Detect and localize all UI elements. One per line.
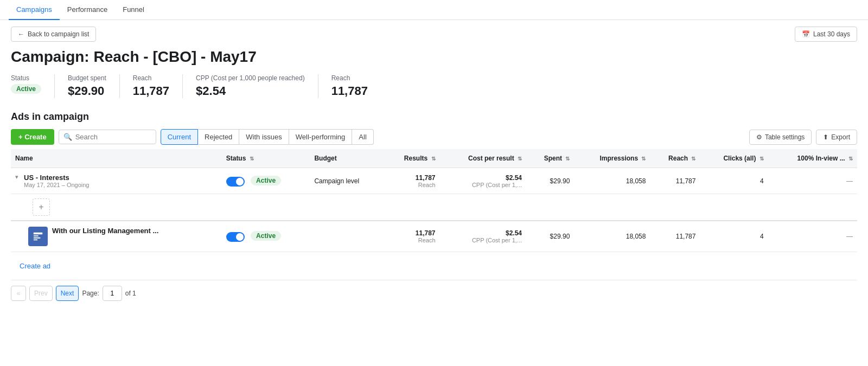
- add-child-row: +: [11, 194, 857, 221]
- row-impressions-cell: 18,058: [574, 168, 650, 194]
- filter-tab-rejected[interactable]: Rejected: [198, 129, 239, 145]
- campaign-title: Campaign: Reach - [CBO] - May17: [11, 48, 857, 66]
- adset-name-primary: US - Interests: [24, 174, 89, 182]
- row-cost-label: CPP (Cost per 1,...: [444, 182, 522, 188]
- stat-cpp-value: $2.54: [196, 84, 305, 98]
- adset-name-secondary: May 17, 2021 – Ongoing: [24, 182, 89, 188]
- col-header-cost-per-result[interactable]: Cost per result ⇅: [440, 149, 527, 168]
- search-box: 🔍: [59, 130, 156, 144]
- ad-cost-label: CPP (Cost per 1,...: [444, 237, 522, 243]
- top-nav: Campaigns Performance Funnel: [0, 0, 868, 20]
- ad-budget-cell: [310, 221, 384, 252]
- stat-reach-2: Reach 11,787: [331, 74, 381, 98]
- col-header-clicks[interactable]: Clicks (all) ⇅: [700, 149, 768, 168]
- stat-budget-value: $29.90: [68, 84, 106, 98]
- ad-impressions-cell: 18,058: [574, 221, 650, 252]
- row-status-cell: Active: [222, 168, 310, 194]
- ad-name-text: With our Listing Management ...: [52, 227, 158, 235]
- filter-tab-with-issues[interactable]: With issues: [239, 129, 289, 145]
- back-button[interactable]: ← Back to campaign list: [11, 27, 96, 42]
- row-inview-cell: —: [768, 168, 857, 194]
- add-child-button[interactable]: +: [33, 198, 50, 216]
- back-button-label: Back to campaign list: [28, 30, 89, 38]
- row-status-badge: Active: [251, 176, 281, 185]
- sort-icon-clicks: ⇅: [760, 156, 764, 162]
- sort-icon-cost: ⇅: [518, 156, 522, 162]
- ad-cost-cell: $2.54 CPP (Cost per 1,...: [440, 221, 527, 252]
- ad-status-badge: Active: [251, 231, 281, 241]
- row-spent-value: $29.90: [550, 177, 570, 185]
- first-page-button[interactable]: «: [11, 286, 26, 301]
- ad-status-cell: Active: [222, 221, 310, 252]
- row-results-cell: 11,787 Reach: [384, 168, 439, 194]
- ad-inview-value: —: [846, 233, 853, 240]
- col-header-status[interactable]: Status ⇅: [222, 149, 310, 168]
- pagination: « Prev Next Page: of 1: [11, 280, 857, 306]
- filter-tab-all[interactable]: All: [352, 129, 373, 145]
- create-ad-link[interactable]: Create ad: [15, 258, 55, 274]
- row-cost-cell: $2.54 CPP (Cost per 1,...: [440, 168, 527, 194]
- date-range-button[interactable]: 📅 Last 30 days: [795, 27, 857, 42]
- ad-thumb-icon: [32, 230, 44, 242]
- svg-rect-3: [34, 240, 37, 241]
- ad-impressions-value: 18,058: [626, 233, 646, 240]
- status-toggle[interactable]: [226, 177, 245, 187]
- page-header: ← Back to campaign list 📅 Last 30 days: [11, 27, 857, 42]
- search-icon: 🔍: [63, 133, 72, 141]
- row-results-label: Reach: [388, 182, 435, 188]
- create-ad-row: Create ad: [11, 252, 857, 280]
- ad-thumbnail: [28, 227, 48, 246]
- ad-spent-cell: $29.90: [526, 221, 574, 252]
- ad-results-num: 11,787: [388, 229, 435, 237]
- arrow-left-icon: ←: [18, 30, 24, 38]
- stat-cpp-label: CPP (Cost per 1,000 people reached): [196, 74, 305, 82]
- filter-tab-well-performing[interactable]: Well-performing: [289, 129, 353, 145]
- stat-reach2-value: 11,787: [331, 84, 368, 98]
- tab-funnel[interactable]: Funnel: [115, 0, 152, 20]
- ads-table: Name Status ⇅ Budget Results ⇅ Cost per: [11, 149, 857, 280]
- col-header-reach[interactable]: Reach ⇅: [650, 149, 700, 168]
- tab-campaigns[interactable]: Campaigns: [9, 0, 60, 20]
- prev-page-button[interactable]: Prev: [29, 286, 53, 301]
- row-reach-cell: 11,787: [650, 168, 700, 194]
- stat-budget-spent: Budget spent $29.90: [68, 74, 120, 98]
- total-pages-label: of 1: [125, 290, 136, 297]
- sort-icon-reach: ⇅: [691, 156, 695, 162]
- page-number-input[interactable]: [103, 286, 122, 301]
- ad-status-toggle[interactable]: [226, 232, 245, 242]
- page-label: Page:: [82, 290, 99, 297]
- row-clicks-value: 4: [760, 177, 764, 185]
- filter-tab-current[interactable]: Current: [161, 129, 198, 145]
- ad-results-label: Reach: [388, 237, 435, 243]
- ad-reach-cell: 11,787: [650, 221, 700, 252]
- col-header-impressions[interactable]: Impressions ⇅: [574, 149, 650, 168]
- tab-performance[interactable]: Performance: [60, 0, 115, 20]
- ads-toolbar: + Create 🔍 Current Rejected With issues …: [11, 129, 857, 145]
- date-range-label: Last 30 days: [813, 30, 850, 38]
- create-button[interactable]: + Create: [11, 129, 54, 145]
- row-spent-cell: $29.90: [526, 168, 574, 194]
- stat-status-label: Status: [11, 74, 41, 82]
- stats-row: Status Active Budget spent $29.90 Reach …: [11, 74, 857, 98]
- filter-tabs: Current Rejected With issues Well-perfor…: [161, 129, 374, 145]
- col-header-results[interactable]: Results ⇅: [384, 149, 439, 168]
- toolbar-left: + Create 🔍 Current Rejected With issues …: [11, 129, 374, 145]
- stat-reach-value: 11,787: [133, 84, 169, 98]
- gear-icon: ⚙: [756, 133, 762, 141]
- ad-clicks-cell: 4: [700, 221, 768, 252]
- export-button[interactable]: ⬆ Export: [816, 130, 857, 145]
- col-header-budget: Budget: [310, 149, 384, 168]
- col-header-inview[interactable]: 100% In-view ... ⇅: [768, 149, 857, 168]
- col-header-spent[interactable]: Spent ⇅: [526, 149, 574, 168]
- stat-budget-label: Budget spent: [68, 74, 106, 82]
- row-cost-num: $2.54: [444, 174, 522, 182]
- stat-cpp: CPP (Cost per 1,000 people reached) $2.5…: [196, 74, 318, 98]
- status-badge: Active: [11, 84, 41, 94]
- search-input[interactable]: [75, 133, 151, 141]
- svg-rect-0: [34, 233, 43, 235]
- ad-toggle-slider: [226, 232, 245, 242]
- col-header-name: Name: [11, 149, 222, 168]
- table-settings-button[interactable]: ⚙ Table settings: [749, 130, 812, 145]
- expand-icon[interactable]: ▾: [15, 174, 18, 181]
- next-page-button[interactable]: Next: [56, 286, 79, 301]
